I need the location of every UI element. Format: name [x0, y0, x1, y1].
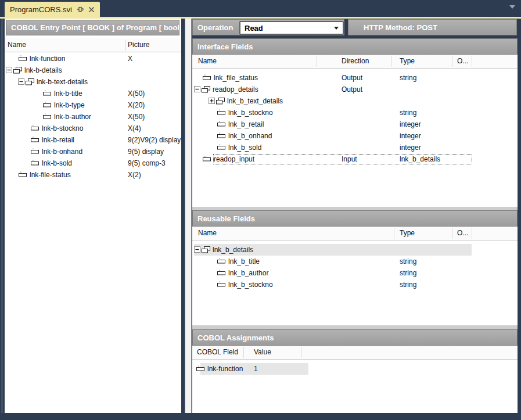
picture-cell: 9(5) comp-3: [128, 157, 166, 169]
type-cell: integer: [400, 142, 421, 153]
expander-minus-icon[interactable]: [194, 246, 200, 254]
tree-row[interactable]: readop_detailsOutput: [192, 84, 518, 95]
pin-icon[interactable]: [77, 6, 84, 13]
column-header-3: O...: [457, 55, 468, 68]
tree-row[interactable]: lnk_file_statusOutputstring: [192, 72, 518, 84]
tree-row[interactable]: lnk-b-typeX(20): [5, 99, 181, 111]
tree-row[interactable]: lnk_b_onhandinteger: [192, 130, 518, 142]
reusable-fields-table: NameTypeO... lnk_b_details lnk_b_titlest…: [192, 227, 518, 325]
tree-row[interactable]: lnk-file-statusX(2): [5, 169, 181, 181]
field-icon: [31, 148, 39, 156]
column-header-1: Value: [254, 346, 271, 359]
type-cell: lnk_b_details: [400, 153, 440, 165]
tree-row[interactable]: lnk-b-stocknoX(4): [5, 123, 181, 134]
expander-minus-icon[interactable]: [18, 78, 24, 87]
expander-minus-icon[interactable]: [194, 86, 200, 94]
interface-fields-title: Interface Fields: [193, 42, 253, 51]
direction-cell: Input: [342, 153, 357, 165]
field-icon: [31, 125, 39, 133]
field-name: lnk-b-stockno: [42, 123, 83, 134]
cobol-assignments-table: COBOL FieldValue lnk-function1: [192, 346, 518, 413]
direction-cell: Output: [342, 84, 362, 95]
operation-label: Operation: [193, 23, 233, 32]
field-icon: [217, 132, 226, 141]
cobol-assignments-column-header: COBOL FieldValue: [192, 346, 518, 360]
tree-row[interactable]: lnk_b_titlestring: [192, 256, 518, 267]
cobol-entry-point-panel: COBOL Entry Point [ BOOK ] of Program [ …: [5, 19, 181, 413]
field-icon: [203, 156, 211, 164]
tree-row[interactable]: lnk-b-sold9(5) comp-3: [5, 157, 181, 169]
column-header-0: Name: [198, 55, 217, 68]
type-cell: integer: [400, 130, 421, 142]
group-icon: [26, 78, 34, 88]
field-name: lnk_b_onhand: [228, 130, 272, 142]
field-name: lnk-function: [207, 363, 243, 375]
column-separator: [452, 56, 452, 67]
tree-row[interactable]: lnk_b_retailinteger: [192, 119, 518, 130]
tree-row[interactable]: lnk_b_authorstring: [192, 267, 518, 279]
field-icon: [19, 171, 27, 180]
tree-row[interactable]: lnk_b_soldinteger: [192, 142, 518, 153]
field-name: lnk-b-sold: [42, 157, 72, 169]
field-name: lnk-b-retail: [42, 134, 74, 146]
operation-bar: Operation Read: [192, 19, 344, 35]
tree-row[interactable]: lnk-b-text-details: [5, 76, 181, 88]
tree-row[interactable]: lnk-b-titleX(50): [5, 88, 181, 99]
reusable-fields-rows: lnk_b_details lnk_b_titlestring lnk_b_au…: [192, 240, 518, 290]
field-name: lnk-b-title: [54, 88, 82, 99]
tree-row[interactable]: lnk-b-details: [5, 64, 181, 76]
group-icon: [216, 98, 225, 107]
tree-row[interactable]: lnk-b-authorX(50): [5, 111, 181, 123]
service-interface-panel: Operation Read HTTP Method: POST Interfa…: [192, 19, 518, 413]
document-tab[interactable]: ProgramCORS.svi: [5, 2, 100, 17]
column-header-2: Type: [400, 55, 415, 68]
type-cell: string: [400, 72, 416, 84]
field-icon: [217, 270, 226, 278]
column-separator: [243, 347, 244, 358]
tree-row[interactable]: lnk_b_stocknostring: [192, 107, 518, 119]
field-icon: [217, 109, 226, 117]
close-icon[interactable]: [88, 6, 95, 13]
field-name: lnk_b_retail: [228, 119, 264, 130]
column-separator: [301, 347, 301, 358]
tree-row[interactable]: lnk-function1: [192, 363, 518, 375]
cobol-entry-point-title: COBOL Entry Point [ BOOK ] of Program [ …: [6, 23, 179, 32]
picture-cell: 9(2)V9(2) display: [128, 134, 181, 146]
reusable-fields-header: Reusable Fields: [192, 210, 518, 227]
field-icon: [43, 102, 52, 110]
section-splitter[interactable]: [192, 325, 518, 329]
picture-cell: X(50): [128, 88, 145, 99]
document-well-dropdown-icon[interactable]: [509, 5, 515, 9]
field-icon: [217, 121, 226, 129]
reusable-fields-column-header: NameTypeO...: [192, 227, 518, 240]
application-window: ProgramCORS.svi COBOL Entry Point [ BOOK…: [0, 0, 521, 420]
field-name: lnk-function: [30, 53, 65, 64]
group-icon: [202, 246, 210, 256]
tree-row[interactable]: lnk-b-onhand9(5) display: [5, 146, 181, 157]
interface-fields-table: NameDirectionTypeO... lnk_file_statusOut…: [192, 55, 518, 207]
field-icon: [203, 74, 211, 82]
column-separator: [394, 228, 394, 239]
tree-row[interactable]: lnk_b_stocknostring: [192, 279, 518, 290]
window-edge-highlight: [1, 19, 3, 413]
column-header-0: COBOL Field: [197, 346, 238, 359]
panel-splitter[interactable]: [185, 19, 192, 413]
expander-minus-icon[interactable]: [6, 67, 12, 75]
interface-fields-header: Interface Fields: [192, 38, 518, 55]
cobol-assignments-rows: lnk-function1: [192, 360, 518, 375]
column-separator: [317, 56, 317, 67]
direction-cell: Output: [342, 72, 362, 84]
value-cell: 1: [254, 363, 258, 375]
tree-row[interactable]: lnk_b_text_details: [192, 95, 518, 107]
field-icon: [43, 90, 52, 98]
expander-plus-icon[interactable]: [209, 98, 215, 106]
type-cell: string: [400, 267, 416, 279]
picture-cell: X(20): [128, 99, 145, 111]
tree-row[interactable]: lnk-functionX: [5, 53, 181, 64]
operation-dropdown[interactable]: Read: [239, 21, 344, 35]
picture-cell: X(50): [128, 111, 145, 123]
tree-row[interactable]: lnk-b-retail9(2)V9(2) display: [5, 134, 181, 146]
tree-row[interactable]: lnk_b_details: [192, 244, 518, 256]
column-header-1: Type: [400, 227, 415, 240]
tree-row[interactable]: readop_inputInputlnk_b_details: [192, 153, 518, 165]
